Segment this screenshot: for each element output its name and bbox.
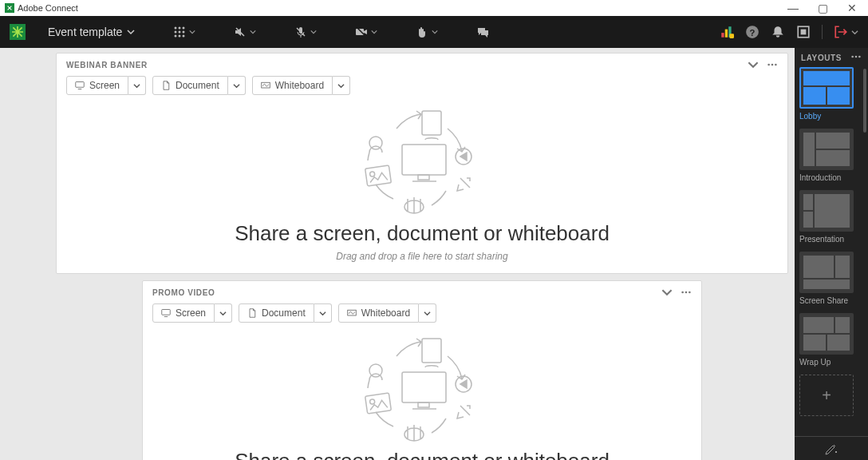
layout-item-wrap-up[interactable]: Wrap Up	[799, 313, 863, 367]
chat-button[interactable]	[471, 22, 494, 42]
pod-title: PROMO VIDEO	[152, 288, 215, 297]
mic-button[interactable]	[290, 22, 322, 42]
svg-rect-31	[402, 372, 446, 402]
svg-rect-25	[418, 175, 429, 180]
exit-button[interactable]	[822, 25, 858, 39]
help-icon[interactable]: ?	[745, 25, 760, 39]
app-title: Adobe Connect	[18, 3, 78, 13]
layout-item-screen-share[interactable]: Screen Share	[799, 252, 863, 305]
layout-add-button[interactable]: +	[799, 375, 854, 416]
svg-point-7	[183, 27, 185, 30]
svg-point-11	[175, 35, 177, 38]
template-label: Event template	[48, 26, 122, 38]
svg-rect-24	[402, 145, 446, 175]
share-screen-dropdown[interactable]	[128, 76, 146, 95]
window-titlebar: Adobe Connect — ▢ ✕	[0, 0, 868, 16]
share-screen-dropdown[interactable]	[215, 303, 232, 323]
svg-rect-23	[801, 30, 807, 35]
scrollbar[interactable]	[863, 69, 866, 133]
layout-item-introduction[interactable]: Introduction	[799, 129, 863, 182]
raise-hand-button[interactable]	[411, 22, 443, 42]
svg-rect-32	[418, 402, 429, 407]
layouts-title: LAYOUTS	[801, 54, 842, 62]
share-document-button[interactable]: Document	[152, 76, 228, 95]
layout-thumb	[799, 190, 854, 232]
svg-point-8	[175, 31, 177, 34]
pod-collapse-icon[interactable]	[748, 59, 759, 70]
layout-thumb	[799, 129, 854, 170]
layout-item-presentation[interactable]: Presentation	[799, 190, 863, 244]
svg-rect-16	[721, 33, 724, 38]
share-pod-promo-video: PROMO VIDEO Screen Document Whiteboard	[142, 280, 702, 460]
svg-point-5	[175, 27, 177, 30]
share-whiteboard-dropdown[interactable]	[419, 303, 436, 323]
engagement-icon[interactable]	[720, 25, 734, 39]
svg-point-29	[369, 172, 375, 177]
svg-point-9	[179, 31, 181, 34]
layout-label: Presentation	[799, 235, 863, 244]
layout-thumb	[799, 252, 854, 293]
layouts-menu-icon[interactable]	[850, 51, 862, 64]
close-button[interactable]: ✕	[847, 2, 857, 14]
pod-collapse-icon[interactable]	[661, 287, 673, 298]
share-whiteboard-dropdown[interactable]	[333, 76, 350, 95]
svg-point-10	[183, 31, 185, 34]
share-whiteboard-button[interactable]: Whiteboard	[338, 303, 419, 323]
layout-label: Wrap Up	[799, 358, 863, 367]
pod-menu-icon[interactable]	[767, 59, 778, 70]
template-selector[interactable]: Event template	[43, 22, 140, 42]
share-document-button[interactable]: Document	[239, 303, 314, 323]
speaker-button[interactable]	[229, 22, 261, 42]
fullscreen-icon[interactable]	[796, 25, 811, 39]
share-document-dropdown[interactable]	[228, 76, 246, 95]
layouts-panel: LAYOUTS Lobby Introduction	[795, 48, 868, 460]
share-headline: Share a screen, document or whiteboard	[235, 221, 610, 246]
layout-thumb	[799, 67, 854, 109]
share-illustration	[358, 105, 486, 216]
svg-point-13	[183, 35, 185, 38]
svg-point-6	[179, 27, 181, 30]
maximize-button[interactable]: ▢	[818, 2, 828, 14]
share-pod-webinar-banner: WEBINAR BANNER Screen Document Whiteboar…	[56, 53, 788, 274]
share-subtext: Drag and drop a file here to start shari…	[336, 251, 507, 262]
svg-rect-17	[725, 30, 728, 38]
share-headline: Share a screen, document or whiteboard	[235, 449, 610, 460]
svg-rect-19	[729, 34, 734, 38]
pod-menu-icon[interactable]	[681, 287, 692, 298]
layout-label: Lobby	[799, 112, 863, 121]
svg-rect-28	[365, 165, 392, 186]
main-toolbar: Event template ?	[0, 16, 868, 48]
share-whiteboard-button[interactable]: Whiteboard	[252, 76, 333, 95]
minimize-button[interactable]: —	[787, 2, 799, 14]
share-illustration	[358, 332, 486, 444]
layout-label: Screen Share	[799, 296, 863, 305]
share-screen-button[interactable]: Screen	[152, 303, 215, 323]
svg-text:?: ?	[750, 28, 756, 38]
layouts-manage-button[interactable]	[795, 436, 868, 460]
notification-icon[interactable]	[771, 25, 785, 39]
svg-rect-35	[365, 393, 392, 414]
pods-menu-button[interactable]	[168, 22, 200, 42]
layout-label: Introduction	[799, 173, 863, 182]
layout-thumb	[799, 313, 854, 355]
svg-point-36	[369, 399, 375, 405]
app-logo[interactable]	[10, 24, 26, 40]
layout-item-lobby[interactable]: Lobby	[799, 67, 863, 121]
share-screen-button[interactable]: Screen	[66, 76, 128, 95]
svg-point-12	[179, 35, 181, 38]
svg-rect-33	[422, 339, 441, 363]
camera-button[interactable]	[350, 22, 382, 42]
pod-title: WEBINAR BANNER	[66, 61, 148, 69]
svg-rect-26	[422, 111, 441, 135]
share-document-dropdown[interactable]	[314, 303, 332, 323]
stage-area: WEBINAR BANNER Screen Document Whiteboar…	[0, 48, 795, 460]
app-icon-small	[5, 3, 14, 13]
